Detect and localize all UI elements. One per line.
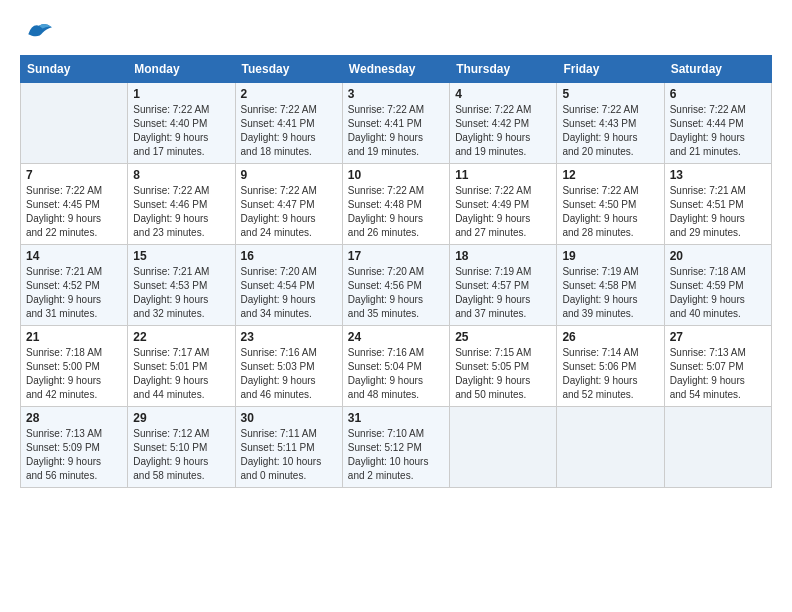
- day-info: Sunrise: 7:19 AMSunset: 4:57 PMDaylight:…: [455, 265, 551, 321]
- day-info: Sunrise: 7:18 AMSunset: 4:59 PMDaylight:…: [670, 265, 766, 321]
- day-header-thursday: Thursday: [450, 56, 557, 83]
- calendar-cell: 5Sunrise: 7:22 AMSunset: 4:43 PMDaylight…: [557, 83, 664, 164]
- day-number: 26: [562, 330, 658, 344]
- day-info: Sunrise: 7:10 AMSunset: 5:12 PMDaylight:…: [348, 427, 444, 483]
- calendar-cell: 11Sunrise: 7:22 AMSunset: 4:49 PMDayligh…: [450, 164, 557, 245]
- day-number: 27: [670, 330, 766, 344]
- calendar-cell: 30Sunrise: 7:11 AMSunset: 5:11 PMDayligh…: [235, 407, 342, 488]
- day-number: 1: [133, 87, 229, 101]
- day-info: Sunrise: 7:21 AMSunset: 4:53 PMDaylight:…: [133, 265, 229, 321]
- calendar-cell: 19Sunrise: 7:19 AMSunset: 4:58 PMDayligh…: [557, 245, 664, 326]
- calendar-cell: 14Sunrise: 7:21 AMSunset: 4:52 PMDayligh…: [21, 245, 128, 326]
- calendar-cell: 26Sunrise: 7:14 AMSunset: 5:06 PMDayligh…: [557, 326, 664, 407]
- day-number: 30: [241, 411, 337, 425]
- day-number: 6: [670, 87, 766, 101]
- day-info: Sunrise: 7:22 AMSunset: 4:48 PMDaylight:…: [348, 184, 444, 240]
- calendar-cell: 18Sunrise: 7:19 AMSunset: 4:57 PMDayligh…: [450, 245, 557, 326]
- day-info: Sunrise: 7:16 AMSunset: 5:03 PMDaylight:…: [241, 346, 337, 402]
- day-number: 22: [133, 330, 229, 344]
- calendar-cell: 7Sunrise: 7:22 AMSunset: 4:45 PMDaylight…: [21, 164, 128, 245]
- day-number: 19: [562, 249, 658, 263]
- calendar-cell: 16Sunrise: 7:20 AMSunset: 4:54 PMDayligh…: [235, 245, 342, 326]
- calendar-cell: 4Sunrise: 7:22 AMSunset: 4:42 PMDaylight…: [450, 83, 557, 164]
- calendar-week-2: 7Sunrise: 7:22 AMSunset: 4:45 PMDaylight…: [21, 164, 772, 245]
- day-number: 4: [455, 87, 551, 101]
- day-info: Sunrise: 7:21 AMSunset: 4:51 PMDaylight:…: [670, 184, 766, 240]
- day-number: 31: [348, 411, 444, 425]
- day-number: 17: [348, 249, 444, 263]
- day-number: 2: [241, 87, 337, 101]
- calendar-cell: 3Sunrise: 7:22 AMSunset: 4:41 PMDaylight…: [342, 83, 449, 164]
- calendar-cell: 10Sunrise: 7:22 AMSunset: 4:48 PMDayligh…: [342, 164, 449, 245]
- calendar-cell: 21Sunrise: 7:18 AMSunset: 5:00 PMDayligh…: [21, 326, 128, 407]
- day-info: Sunrise: 7:22 AMSunset: 4:41 PMDaylight:…: [348, 103, 444, 159]
- day-number: 15: [133, 249, 229, 263]
- day-number: 3: [348, 87, 444, 101]
- calendar-cell: 15Sunrise: 7:21 AMSunset: 4:53 PMDayligh…: [128, 245, 235, 326]
- day-info: Sunrise: 7:19 AMSunset: 4:58 PMDaylight:…: [562, 265, 658, 321]
- day-info: Sunrise: 7:13 AMSunset: 5:07 PMDaylight:…: [670, 346, 766, 402]
- day-info: Sunrise: 7:22 AMSunset: 4:50 PMDaylight:…: [562, 184, 658, 240]
- day-info: Sunrise: 7:16 AMSunset: 5:04 PMDaylight:…: [348, 346, 444, 402]
- day-number: 12: [562, 168, 658, 182]
- calendar-cell: [450, 407, 557, 488]
- day-info: Sunrise: 7:22 AMSunset: 4:45 PMDaylight:…: [26, 184, 122, 240]
- calendar-week-4: 21Sunrise: 7:18 AMSunset: 5:00 PMDayligh…: [21, 326, 772, 407]
- day-info: Sunrise: 7:20 AMSunset: 4:56 PMDaylight:…: [348, 265, 444, 321]
- day-info: Sunrise: 7:20 AMSunset: 4:54 PMDaylight:…: [241, 265, 337, 321]
- logo-bird-icon: [24, 20, 54, 45]
- day-info: Sunrise: 7:14 AMSunset: 5:06 PMDaylight:…: [562, 346, 658, 402]
- calendar-cell: [557, 407, 664, 488]
- day-number: 9: [241, 168, 337, 182]
- calendar-cell: 25Sunrise: 7:15 AMSunset: 5:05 PMDayligh…: [450, 326, 557, 407]
- day-number: 21: [26, 330, 122, 344]
- calendar-cell: 24Sunrise: 7:16 AMSunset: 5:04 PMDayligh…: [342, 326, 449, 407]
- day-number: 10: [348, 168, 444, 182]
- day-number: 24: [348, 330, 444, 344]
- day-info: Sunrise: 7:18 AMSunset: 5:00 PMDaylight:…: [26, 346, 122, 402]
- calendar-cell: 23Sunrise: 7:16 AMSunset: 5:03 PMDayligh…: [235, 326, 342, 407]
- day-header-wednesday: Wednesday: [342, 56, 449, 83]
- day-number: 18: [455, 249, 551, 263]
- day-header-monday: Monday: [128, 56, 235, 83]
- calendar-cell: 20Sunrise: 7:18 AMSunset: 4:59 PMDayligh…: [664, 245, 771, 326]
- day-number: 16: [241, 249, 337, 263]
- day-number: 20: [670, 249, 766, 263]
- calendar-cell: 28Sunrise: 7:13 AMSunset: 5:09 PMDayligh…: [21, 407, 128, 488]
- day-info: Sunrise: 7:22 AMSunset: 4:49 PMDaylight:…: [455, 184, 551, 240]
- day-info: Sunrise: 7:22 AMSunset: 4:46 PMDaylight:…: [133, 184, 229, 240]
- day-info: Sunrise: 7:22 AMSunset: 4:40 PMDaylight:…: [133, 103, 229, 159]
- calendar-week-5: 28Sunrise: 7:13 AMSunset: 5:09 PMDayligh…: [21, 407, 772, 488]
- day-info: Sunrise: 7:15 AMSunset: 5:05 PMDaylight:…: [455, 346, 551, 402]
- day-number: 8: [133, 168, 229, 182]
- day-info: Sunrise: 7:22 AMSunset: 4:43 PMDaylight:…: [562, 103, 658, 159]
- calendar-cell: 29Sunrise: 7:12 AMSunset: 5:10 PMDayligh…: [128, 407, 235, 488]
- day-number: 29: [133, 411, 229, 425]
- day-header-friday: Friday: [557, 56, 664, 83]
- day-info: Sunrise: 7:13 AMSunset: 5:09 PMDaylight:…: [26, 427, 122, 483]
- day-number: 23: [241, 330, 337, 344]
- calendar-cell: 12Sunrise: 7:22 AMSunset: 4:50 PMDayligh…: [557, 164, 664, 245]
- calendar-cell: 13Sunrise: 7:21 AMSunset: 4:51 PMDayligh…: [664, 164, 771, 245]
- calendar-week-1: 1Sunrise: 7:22 AMSunset: 4:40 PMDaylight…: [21, 83, 772, 164]
- day-header-tuesday: Tuesday: [235, 56, 342, 83]
- day-info: Sunrise: 7:22 AMSunset: 4:42 PMDaylight:…: [455, 103, 551, 159]
- logo: [20, 20, 54, 45]
- calendar-cell: 8Sunrise: 7:22 AMSunset: 4:46 PMDaylight…: [128, 164, 235, 245]
- calendar-cell: 22Sunrise: 7:17 AMSunset: 5:01 PMDayligh…: [128, 326, 235, 407]
- day-info: Sunrise: 7:11 AMSunset: 5:11 PMDaylight:…: [241, 427, 337, 483]
- calendar-cell: [21, 83, 128, 164]
- day-header-saturday: Saturday: [664, 56, 771, 83]
- calendar-cell: 9Sunrise: 7:22 AMSunset: 4:47 PMDaylight…: [235, 164, 342, 245]
- day-info: Sunrise: 7:21 AMSunset: 4:52 PMDaylight:…: [26, 265, 122, 321]
- calendar-cell: [664, 407, 771, 488]
- calendar-cell: 31Sunrise: 7:10 AMSunset: 5:12 PMDayligh…: [342, 407, 449, 488]
- calendar-week-3: 14Sunrise: 7:21 AMSunset: 4:52 PMDayligh…: [21, 245, 772, 326]
- day-number: 14: [26, 249, 122, 263]
- calendar-table: SundayMondayTuesdayWednesdayThursdayFrid…: [20, 55, 772, 488]
- day-info: Sunrise: 7:12 AMSunset: 5:10 PMDaylight:…: [133, 427, 229, 483]
- day-number: 13: [670, 168, 766, 182]
- day-number: 5: [562, 87, 658, 101]
- day-number: 25: [455, 330, 551, 344]
- day-info: Sunrise: 7:22 AMSunset: 4:44 PMDaylight:…: [670, 103, 766, 159]
